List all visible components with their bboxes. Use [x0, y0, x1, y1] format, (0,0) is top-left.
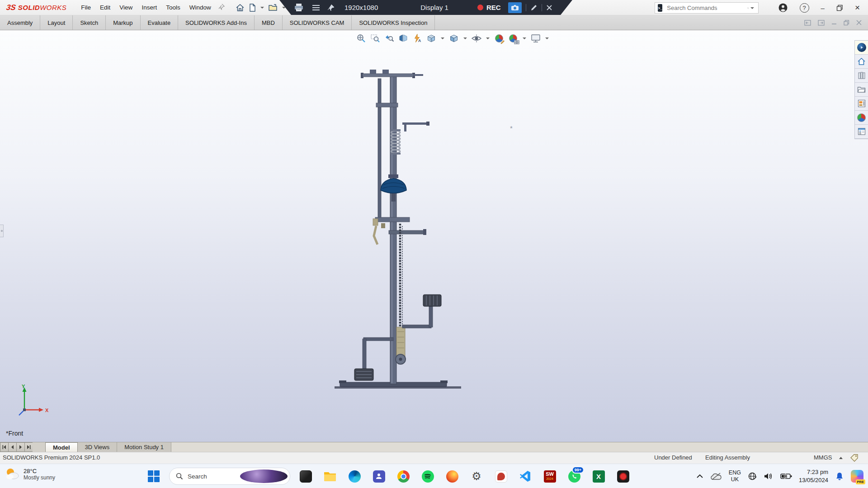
tab-solidworks-cam[interactable]: SOLIDWORKS CAM	[283, 15, 352, 30]
section-view-icon[interactable]	[397, 33, 409, 44]
tab-solidworks-inspection[interactable]: SOLIDWORKS Inspection	[352, 15, 435, 30]
taskbar-firefox-icon[interactable]	[443, 467, 461, 485]
tab-evaluate[interactable]: Evaluate	[141, 15, 179, 30]
new-document-dropdown[interactable]	[260, 7, 264, 9]
tab-scroll-first-button[interactable]	[0, 442, 8, 452]
battery-charging-icon[interactable]	[780, 473, 792, 480]
tab-3d-views[interactable]: 3D Views	[78, 442, 118, 452]
menu-tools[interactable]: Tools	[161, 0, 185, 15]
zoom-to-area-icon[interactable]	[369, 33, 381, 44]
doc-minimize-icon[interactable]	[831, 20, 837, 25]
minimize-button[interactable]: –	[821, 4, 825, 12]
search-commands-input[interactable]	[666, 4, 747, 12]
tab-sketch[interactable]: Sketch	[73, 15, 106, 30]
zoom-to-fit-icon[interactable]	[355, 33, 367, 44]
no-internet-globe-icon[interactable]	[748, 472, 757, 481]
taskbar-excel-icon[interactable]: X	[590, 467, 608, 485]
notification-bell-icon[interactable]	[835, 472, 844, 481]
language-indicator[interactable]: ENGUK	[729, 469, 741, 483]
open-button[interactable]	[267, 3, 279, 13]
view-orientation-dropdown[interactable]	[441, 38, 444, 39]
new-document-button[interactable]	[247, 2, 257, 13]
taskbar-vscode-icon[interactable]	[516, 467, 534, 485]
taskpane-design-library-tab[interactable]	[855, 69, 868, 83]
taskpane-appearances-tab[interactable]	[855, 111, 868, 125]
taskbar-spotify-icon[interactable]	[419, 467, 437, 485]
dock-right-icon[interactable]	[818, 20, 825, 26]
rec-indicator[interactable]: REC	[477, 4, 501, 11]
display-style-dropdown[interactable]	[463, 38, 467, 39]
tab-scroll-prev-button[interactable]	[8, 442, 16, 452]
restore-button[interactable]	[836, 5, 843, 11]
recorder-close-icon[interactable]	[546, 5, 552, 11]
doc-close-icon[interactable]	[856, 20, 862, 25]
menu-file[interactable]: File	[76, 0, 95, 15]
copilot-icon[interactable]: PRE	[851, 470, 863, 483]
doc-restore-icon[interactable]	[844, 20, 849, 26]
display-style-icon[interactable]	[448, 33, 460, 44]
taskbar-red-app-icon[interactable]	[492, 467, 510, 485]
tray-chevron-up-icon[interactable]	[696, 474, 703, 479]
taskbar-screen-recorder-icon[interactable]	[614, 467, 632, 485]
help-icon[interactable]: ?	[800, 3, 809, 13]
menu-edit[interactable]: Edit	[95, 0, 115, 15]
taskbar-settings-icon[interactable]: ⚙	[467, 467, 486, 485]
annotate-pencil-icon[interactable]	[530, 4, 538, 11]
start-button[interactable]	[145, 467, 163, 485]
taskbar-teams-icon[interactable]	[370, 467, 388, 485]
units-selector[interactable]: MMGS	[814, 454, 832, 461]
recorder-pin-icon[interactable]	[327, 4, 335, 11]
graphics-area[interactable]: A *	[0, 30, 868, 442]
view-settings-icon[interactable]	[530, 33, 542, 44]
menu-view[interactable]: View	[115, 0, 137, 15]
units-caret-icon[interactable]	[839, 457, 843, 459]
search-icon[interactable]	[747, 5, 749, 12]
taskbar-dark-window-app-icon[interactable]	[297, 467, 315, 485]
search-scope-dropdown[interactable]	[750, 7, 754, 9]
view-settings-dropdown[interactable]	[545, 38, 549, 39]
taskbar-search[interactable]: Search	[169, 468, 290, 485]
taskpane-file-explorer-tab[interactable]	[855, 83, 868, 97]
edit-appearance-icon[interactable]	[493, 33, 505, 44]
taskpane-home-tab[interactable]	[855, 55, 868, 69]
tab-motion-study-1[interactable]: Motion Study 1	[117, 442, 171, 452]
screenshot-camera-button[interactable]	[508, 2, 522, 13]
recorder-menu-icon[interactable]	[312, 5, 320, 11]
tab-scroll-next-button[interactable]	[16, 442, 24, 452]
onedrive-paused-icon[interactable]	[710, 472, 722, 480]
hide-show-items-dropdown[interactable]	[486, 38, 490, 39]
taskpane-custom-properties-tab[interactable]	[855, 125, 868, 139]
featuremanager-collapsed-handle[interactable]	[0, 225, 4, 237]
taskbar-edge-icon[interactable]	[345, 467, 363, 485]
taskbar-solidworks-icon[interactable]: SW2024	[541, 467, 559, 485]
taskbar-file-explorer-icon[interactable]	[321, 467, 339, 485]
taskpane-view-palette-tab[interactable]	[855, 97, 868, 111]
tab-assembly[interactable]: Assembly	[0, 15, 40, 30]
account-icon[interactable]	[778, 3, 788, 13]
tab-scroll-last-button[interactable]	[24, 442, 33, 452]
taskbar-chrome-icon[interactable]	[394, 467, 412, 485]
home-button[interactable]	[235, 2, 245, 13]
apply-scene-icon[interactable]	[507, 33, 519, 44]
tab-markup[interactable]: Markup	[106, 15, 140, 30]
menu-window[interactable]: Window	[185, 0, 216, 15]
tab-solidworks-addins[interactable]: SOLIDWORKS Add-Ins	[178, 15, 255, 30]
capture-display-label[interactable]: Display 1	[420, 4, 448, 11]
menu-pin-icon[interactable]	[218, 4, 225, 12]
tab-layout[interactable]: Layout	[40, 15, 73, 30]
close-button[interactable]: ×	[855, 3, 860, 13]
tab-model[interactable]: Model	[45, 442, 78, 452]
volume-icon[interactable]	[764, 472, 774, 480]
taskbar-whatsapp-icon[interactable]: 99+	[565, 467, 583, 485]
previous-view-icon[interactable]	[383, 33, 395, 44]
menu-insert[interactable]: Insert	[137, 0, 161, 15]
print-icon[interactable]	[294, 3, 304, 12]
view-orientation-icon[interactable]	[425, 33, 437, 44]
tags-icon[interactable]	[850, 454, 859, 463]
weather-widget[interactable]: 28°C Mostly sunny	[5, 467, 55, 481]
hide-show-items-icon[interactable]	[471, 33, 482, 44]
tab-mbd[interactable]: MBD	[255, 15, 283, 30]
dock-left-icon[interactable]	[804, 20, 811, 26]
search-commands-box[interactable]: >_	[655, 2, 759, 14]
apply-scene-dropdown[interactable]	[523, 38, 526, 39]
